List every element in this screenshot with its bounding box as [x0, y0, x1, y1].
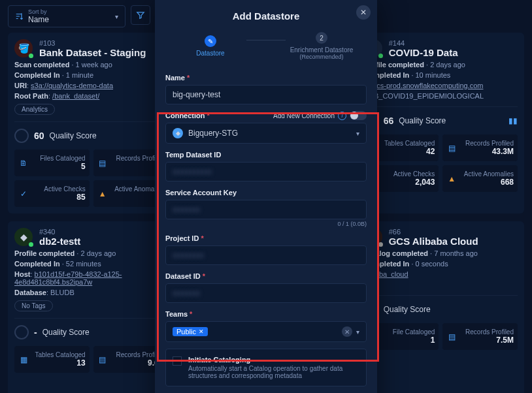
service-account-label: Service Account Key — [165, 189, 237, 196]
teams-label: Teams * — [165, 310, 192, 318]
sort-dropdown[interactable]: Sort by Name ▾ — [8, 5, 125, 27]
records-icon: ▤ — [97, 158, 108, 168]
remove-chip-icon[interactable]: ✕ — [199, 328, 204, 335]
card-title: db2-testt — [39, 236, 80, 247]
pencil-icon: ✎ — [205, 35, 216, 47]
dataset-id-label: Dataset ID * — [165, 272, 205, 280]
host-link[interactable]: b101d15f-e79b-4832-a125-4e8d481c8bf4.bs2… — [14, 270, 122, 286]
datastore-type-icon: ◆ — [14, 228, 33, 246]
close-icon: ✕ — [360, 8, 367, 17]
toggle-switch[interactable] — [350, 111, 367, 120]
table-icon: ▦ — [18, 354, 29, 365]
stepper: ✎ Datastore 2 Enrichment Datastore (Reco… — [155, 28, 377, 67]
quality-gauge — [14, 129, 29, 143]
card-title: GCS Alibaba Cloud — [389, 236, 478, 247]
filter-button[interactable] — [131, 5, 150, 25]
datastore-card[interactable]: 🪣 #103 Bank Dataset - Staging Scan compl… — [8, 33, 175, 213]
datastore-type-icon: 🪣 — [14, 39, 33, 57]
stat-records-profiled: ▤Records Profiled7.5M — [442, 323, 518, 350]
uri-link[interactable]: s3a://qualytics-demo-data — [31, 82, 113, 89]
rootpath-link[interactable]: /bank_dataset/ — [52, 92, 99, 100]
add-new-connection-toggle[interactable]: Add New Connection i — [273, 111, 367, 120]
stat-records-profiled: ▤Records Profiled43.3M — [442, 134, 518, 161]
step-enrichment[interactable]: 2 Enrichment Datastore (Recommended) — [286, 32, 357, 60]
records-icon: ▤ — [446, 143, 457, 153]
upload-counter: 0 / 1 (0.0B) — [165, 221, 367, 227]
host-link[interactable]: alytics-prod.snowflakecomputing.com — [364, 82, 484, 89]
tag-chip[interactable]: Analytics — [14, 104, 55, 115]
records-icon: ▤ — [97, 354, 108, 365]
sort-icon — [15, 12, 24, 21]
temp-dataset-label: Temp Dataset ID — [165, 151, 221, 159]
initiate-cataloging-row[interactable]: Initiate Cataloging Automatically start … — [165, 349, 367, 386]
card-title: Bank Dataset - Staging — [39, 47, 146, 58]
card-id: #144 — [389, 39, 458, 47]
filter-icon — [136, 10, 145, 20]
warning-icon: ▲ — [97, 189, 108, 199]
service-account-input[interactable]: xxxxxxx — [165, 200, 367, 219]
card-title: COVID-19 Data — [389, 47, 458, 58]
sort-by-label: Sort by — [28, 8, 111, 15]
chevron-down-icon: ▾ — [115, 13, 118, 20]
step-datastore[interactable]: ✎ Datastore — [175, 35, 246, 57]
close-button[interactable]: ✕ — [356, 5, 371, 20]
datastore-card[interactable]: ☁ #66 GCS Alibaba Cloud Catalog complete… — [357, 221, 524, 393]
team-chip[interactable]: Public ✕ — [173, 327, 208, 336]
card-id: #340 — [39, 228, 80, 236]
quality-gauge — [14, 325, 29, 339]
stat-active-checks: ✓Active Checks85 — [14, 180, 90, 207]
stat-tables-cataloged: ▦Tables Cataloged13 — [14, 346, 90, 373]
card-id: #103 — [39, 39, 146, 47]
tag-chip[interactable]: No Tags — [14, 300, 53, 311]
connection-label: Connection * — [165, 112, 210, 119]
file-icon: 🗎 — [18, 158, 29, 168]
chevron-down-icon: ▾ — [356, 328, 359, 336]
initiate-cataloging-checkbox[interactable] — [173, 356, 182, 366]
project-id-input[interactable]: xxxxxxxx — [165, 245, 367, 265]
name-label: Name * — [165, 74, 190, 82]
project-id-label: Project ID * — [165, 234, 204, 242]
stat-active-anomalies: ▲Active Anomalies668 — [442, 165, 518, 192]
scan-status: Scan completed · 1 week ago — [14, 61, 168, 69]
datastore-card[interactable]: ❄ #144 COVID-19 Data Profile completed ·… — [357, 33, 524, 213]
info-icon: i — [338, 112, 346, 120]
checks-icon: ✓ — [18, 189, 29, 199]
initiate-cataloging-desc: Automatically start a Catalog operation … — [188, 365, 359, 379]
add-datastore-modal: ✕ Add Datastore ✎ Datastore 2 Enrichment… — [155, 0, 377, 393]
chevron-down-icon: ▾ — [356, 130, 359, 137]
temp-dataset-input[interactable]: xxxxxxxxxx — [165, 162, 367, 181]
teams-select[interactable]: Public ✕ ✕ ▾ — [165, 321, 367, 342]
connection-select[interactable]: ◆ Bigquery-STG ▾ — [165, 123, 367, 144]
warning-icon: ▲ — [446, 174, 457, 184]
sort-by-value: Name — [28, 15, 111, 24]
dataset-id-input[interactable]: xxxxxxx — [165, 283, 367, 303]
card-id: #66 — [389, 228, 478, 236]
datastore-card[interactable]: ◆ #340 db2-testt Profile completed · 2 d… — [8, 221, 175, 393]
bigquery-icon: ◆ — [173, 128, 183, 138]
clear-all-button[interactable]: ✕ — [342, 326, 352, 337]
records-icon: ▤ — [446, 332, 457, 342]
initiate-cataloging-title: Initiate Cataloging — [188, 356, 359, 364]
modal-title: Add Datastore — [155, 0, 377, 28]
stat-files-cataloged: 🗎Files Cataloged5 — [14, 149, 90, 176]
chart-icon[interactable]: ▮▮ — [508, 116, 518, 125]
name-input[interactable] — [165, 85, 367, 104]
